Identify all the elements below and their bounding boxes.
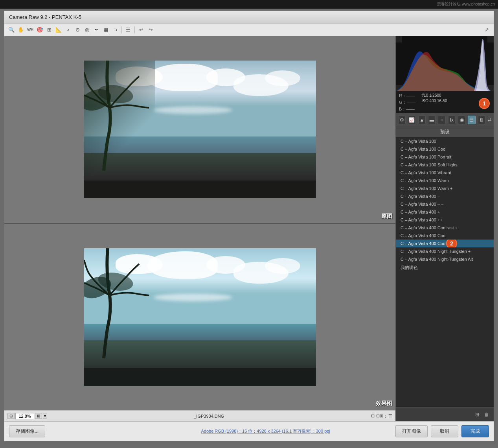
zoom-control[interactable]: ⊟ ⊞ ▾ — [7, 413, 47, 419]
tool-rotate-ccw[interactable]: ↩ — [137, 26, 145, 34]
preset-item-8[interactable]: C – Agfa Vista 400 – – — [396, 200, 494, 208]
tool-prefs[interactable]: ☰ — [124, 26, 132, 34]
tab-snapshots[interactable]: 🖥 — [478, 116, 485, 124]
zoom-in-button[interactable]: ⊞ — [35, 413, 42, 419]
action-right: 打开图像 取消 完成 — [395, 425, 489, 437]
status-icon-2[interactable]: ⊟⊞ — [376, 413, 383, 419]
histogram-area: R：—— G：—— B：—— f/10 1/2500 ISO 400 16-50… — [396, 36, 494, 113]
tool-rotate-cw[interactable]: ↪ — [147, 26, 154, 34]
preset-item-12[interactable]: C – Agfa Vista 400 Cool — [396, 232, 494, 240]
histogram-chart — [396, 36, 494, 91]
badge-2: 2 — [446, 240, 457, 247]
b-value: B：—— — [399, 106, 415, 112]
done-button[interactable]: 完成 — [461, 425, 489, 437]
panel-delete-icon[interactable]: 🗑 — [483, 411, 491, 419]
zoom-dropdown[interactable]: ▾ — [43, 413, 47, 419]
tool-hand[interactable]: ✋ — [17, 26, 25, 34]
tool-color-sampler[interactable]: 🎯 — [36, 26, 44, 34]
color-profile-link[interactable]: Adobe RGB (1998)；16 位；4928 x 3264 (16.1 … — [139, 428, 392, 434]
hist-camera-values: f/10 1/2500 ISO 400 16-50 — [422, 93, 447, 112]
tab-basic[interactable]: ⚙ — [398, 116, 406, 124]
iso-value: ISO 400 16-50 — [422, 98, 447, 104]
toolbar-separator-1 — [121, 26, 122, 33]
toolbar: 🔍 ✋ WB 🎯 ⊞ 📐 ⊿ ⊙ ◎ ✒ ▦ ⊃ ☰ ↩ ↪ ↗ — [4, 24, 494, 36]
fstop-value: f/10 1/2500 — [422, 93, 447, 98]
presets-list[interactable]: C – Agfa Vista 100 C – Agfa Vista 100 Co… — [396, 137, 494, 407]
preset-item-7[interactable]: C – Agfa Vista 400 – — [396, 192, 494, 200]
original-label: 原图 — [381, 213, 392, 220]
watermark-text: 思客设计论坛 www.photoshop.cn — [437, 2, 495, 7]
tab-split-toning[interactable]: ≡ — [438, 116, 445, 124]
action-bar: 存储图像... Adobe RGB (1998)；16 位；4928 x 326… — [4, 421, 494, 441]
tool-export[interactable]: ↗ — [483, 26, 491, 34]
panel-expand[interactable]: ⇄ — [488, 117, 491, 122]
app-window: Camera Raw 9.2 - PENTAX K-5 🔍 ✋ WB 🎯 ⊞ 📐… — [4, 11, 494, 441]
tab-presets[interactable]: ☰ — [468, 116, 475, 124]
status-left: ⊟ ⊞ ▾ — [7, 413, 47, 419]
action-left: 存储图像... — [9, 425, 136, 437]
status-right: ⊡ ⊟⊞ ↕ ☰ — [371, 413, 393, 419]
r-value: R：—— — [399, 93, 415, 99]
original-image — [84, 61, 316, 198]
tab-detail[interactable]: ▲ — [418, 116, 426, 124]
effect-label: 效果图 — [376, 400, 392, 407]
preset-item-5[interactable]: C – Agfa Vista 100 Warm — [396, 177, 494, 184]
preset-item-3[interactable]: C – Agfa Vista 100 Soft Highs — [396, 161, 494, 169]
save-button[interactable]: 存储图像... — [9, 425, 45, 437]
cancel-button[interactable]: 取消 — [431, 425, 458, 437]
status-icon-3[interactable]: ↕ — [385, 414, 387, 419]
preset-item-11[interactable]: C – Agfa Vista 400 Contrast + — [396, 224, 494, 232]
preset-item-4[interactable]: C – Agfa Vista 100 Vibrant — [396, 169, 494, 177]
tool-crop[interactable]: ⊞ — [45, 26, 53, 34]
status-bar: ⊟ ⊞ ▾ _IGP3934.DNG ⊡ ⊟⊞ ↕ ☰ — [4, 410, 395, 421]
status-icon-4[interactable]: ☰ — [388, 413, 392, 419]
tab-hsl[interactable]: ▬ — [428, 116, 436, 124]
presets-title: 预设 — [440, 129, 450, 135]
status-icon-1[interactable]: ⊡ — [371, 413, 375, 419]
zoom-input[interactable] — [15, 413, 34, 419]
right-panel: R：—— G：—— B：—— f/10 1/2500 ISO 400 16-50… — [395, 36, 494, 421]
tab-camera-calib[interactable]: ◉ — [458, 116, 465, 124]
panel-bottom-bar: ⊞ 🗑 — [396, 407, 494, 421]
effect-image-panel: 效果图 — [4, 224, 395, 411]
toolbar-separator-2 — [134, 26, 135, 33]
tool-spot-removal[interactable]: ⊙ — [74, 26, 81, 34]
selected-preset-wrap: C – Agfa Vista 400 Cool + 2 — [401, 241, 450, 246]
preset-item-6[interactable]: C – Agfa Vista 100 Warm + — [396, 184, 494, 192]
preset-item-13[interactable]: C – Agfa Vista 400 Cool + 2 — [396, 240, 494, 247]
panel-new-icon[interactable]: ⊞ — [473, 411, 481, 419]
hist-rgb-values: R：—— G：—— B：—— — [399, 93, 415, 112]
preset-item-1[interactable]: C – Agfa Vista 100 Cool — [396, 145, 494, 153]
preset-item-9[interactable]: C – Agfa Vista 400 + — [396, 208, 494, 216]
filename: _IGP3934.DNG — [50, 414, 368, 419]
preset-item-0[interactable]: C – Agfa Vista 100 — [396, 137, 494, 145]
tab-tone-curve[interactable]: 📈 — [408, 116, 415, 124]
svg-rect-5 — [396, 36, 402, 42]
open-image-button[interactable]: 打开图像 — [395, 425, 428, 437]
zoom-out-button[interactable]: ⊟ — [7, 413, 15, 419]
tool-adjustment-brush[interactable]: ✒ — [92, 26, 100, 34]
main-area: 原图 — [4, 36, 494, 421]
preset-item-15[interactable]: C – Agfa Vista 400 Night-Tungsten Alt — [396, 255, 494, 263]
panel-tabs: ⚙ 📈 ▲ ▬ ≡ fx ◉ ☰ 🖥 ⇄ — [396, 113, 494, 127]
title-bar: Camera Raw 9.2 - PENTAX K-5 — [4, 11, 494, 24]
canvas-area: 原图 — [4, 36, 395, 421]
preset-item-14[interactable]: C – Agfa Vista 400 Night-Tungsten + — [396, 247, 494, 255]
tool-wb[interactable]: WB — [26, 26, 34, 34]
tool-radial[interactable]: ⊃ — [111, 26, 119, 34]
svg-rect-6 — [487, 36, 494, 42]
badge-1: 1 — [479, 98, 490, 109]
tab-effects[interactable]: fx — [448, 116, 456, 124]
tool-redeye[interactable]: ◎ — [83, 26, 91, 34]
effect-image — [84, 248, 316, 386]
my-color-label[interactable]: 我的调色 — [396, 263, 494, 272]
tool-graduated[interactable]: ▦ — [102, 26, 110, 34]
window-title: Camera Raw 9.2 - PENTAX K-5 — [9, 14, 81, 20]
preset-item-2[interactable]: C – Agfa Vista 100 Portrait — [396, 153, 494, 161]
top-bar: 思客设计论坛 www.photoshop.cn — [0, 0, 498, 9]
tool-zoom[interactable]: 🔍 — [7, 26, 15, 34]
tool-transform[interactable]: ⊿ — [64, 26, 72, 34]
tool-straighten[interactable]: 📐 — [55, 26, 62, 34]
preset-item-10[interactable]: C – Agfa Vista 400 ++ — [396, 216, 494, 224]
original-image-panel: 原图 — [4, 36, 395, 224]
